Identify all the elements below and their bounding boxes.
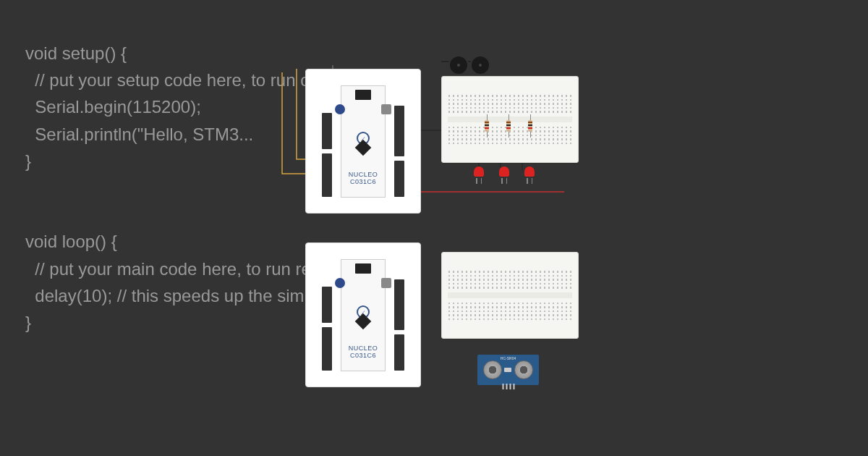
transducer-rx-icon xyxy=(514,360,533,379)
led-1[interactable] xyxy=(474,166,484,180)
stlink-chip-icon xyxy=(355,90,371,100)
stlink-chip-icon xyxy=(355,263,371,274)
code-line: } xyxy=(25,151,31,171)
transducer-tx-icon xyxy=(483,360,502,379)
led-bulb-icon xyxy=(499,166,509,177)
code-line: Serial.begin(115200); xyxy=(25,97,201,117)
led-3[interactable] xyxy=(524,166,535,180)
pin-header-right-top[interactable] xyxy=(394,106,404,156)
led-2[interactable] xyxy=(499,166,509,180)
resistor-2[interactable] xyxy=(506,114,511,138)
power-rail-bottom xyxy=(448,148,572,159)
code-line: void setup() { xyxy=(25,43,127,63)
power-rail-top xyxy=(448,80,572,91)
reset-button[interactable] xyxy=(381,278,391,288)
crystal-icon xyxy=(504,368,511,372)
sensor-pins[interactable] xyxy=(502,384,514,389)
sensor-label: HC-SR04 xyxy=(501,356,516,360)
code-line: // put your setup code here, to run once xyxy=(25,70,338,90)
pin-header-left-top[interactable] xyxy=(322,287,332,323)
board-label: NUCLEO C031C6 xyxy=(306,345,420,359)
nucleo-board-1[interactable]: ⟋ NUCLEO C031C6 xyxy=(305,69,421,214)
buzzer-2[interactable] xyxy=(470,55,490,75)
breadboard-center xyxy=(448,269,572,321)
user-button[interactable] xyxy=(335,278,345,288)
pin-header-right-top[interactable] xyxy=(394,279,404,330)
led-bulb-icon xyxy=(474,166,484,177)
code-line: Serial.println("Hello, STM3... xyxy=(25,124,253,144)
nucleo-board-2[interactable]: ⟋ NUCLEO C031C6 xyxy=(305,242,421,387)
code-line: } xyxy=(25,313,31,332)
ultrasonic-sensor[interactable]: HC-SR04 xyxy=(477,355,539,385)
board-label: NUCLEO C031C6 xyxy=(306,171,420,185)
breadboard-2[interactable] xyxy=(441,252,579,339)
power-rail-top xyxy=(448,256,572,267)
user-button[interactable] xyxy=(335,104,345,114)
power-rail-bottom xyxy=(448,324,572,335)
resistor-3[interactable] xyxy=(528,114,532,138)
buzzer-1[interactable] xyxy=(448,55,469,75)
code-line: void loop() { xyxy=(25,232,117,251)
led-bulb-icon xyxy=(524,166,535,177)
resistor-1[interactable] xyxy=(485,114,489,138)
reset-button[interactable] xyxy=(381,104,391,114)
pin-header-left-top[interactable] xyxy=(322,113,332,149)
